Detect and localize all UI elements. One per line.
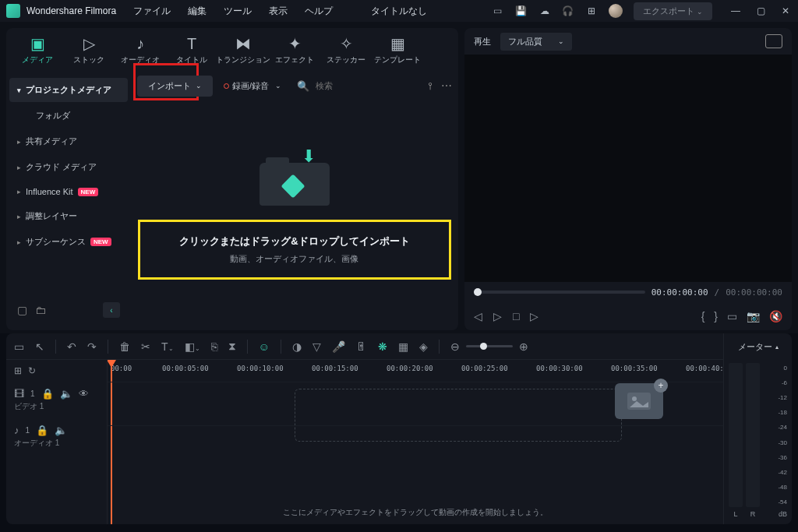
bin-icon[interactable]: ▢	[17, 304, 27, 316]
timeline-tracks[interactable]: 00:00 00:00:05:00 00:00:10:00 00:00:15:0…	[108, 360, 723, 524]
video-track-header[interactable]: 🎞1 🔒 🔈 👁 ビデオ 1	[6, 382, 107, 418]
display-icon[interactable]: ▭	[492, 5, 504, 17]
audio-icon: ♪	[136, 34, 144, 53]
mute-track-icon[interactable]: 🔈	[60, 388, 72, 400]
tab-media[interactable]: ▣ メディア	[12, 30, 62, 70]
menu-tools[interactable]: ツール	[224, 5, 252, 18]
link-icon[interactable]: ↻	[28, 365, 36, 376]
video-track[interactable]: +	[108, 382, 723, 425]
tree-project-media[interactable]: ▾プロジェクトメディア	[9, 78, 128, 102]
zoom-slider[interactable]	[466, 345, 513, 347]
tree-subsequence[interactable]: ▸サブシーケンスNEW	[9, 230, 128, 254]
minimize-icon[interactable]: —	[729, 5, 742, 17]
preview-panel: 再生 フル品質⌄ 00:00:00:00 / 00:00:00:00 ◁ ▷ □…	[464, 28, 792, 330]
document-title: タイトルなし	[371, 5, 427, 18]
transition-icon: ⧓	[235, 34, 251, 53]
camera-icon[interactable]: 📷	[747, 310, 760, 322]
tree-adjustment-layer[interactable]: ▸調整レイヤー	[9, 204, 128, 228]
menu-help[interactable]: ヘルプ	[305, 5, 333, 18]
tab-stock[interactable]: ▷ ストック	[64, 30, 114, 70]
svg-point-1	[632, 396, 637, 401]
stock-icon: ▷	[83, 34, 95, 53]
next-frame-icon[interactable]: ▷	[530, 310, 538, 322]
maximize-icon[interactable]: ▢	[754, 5, 767, 17]
apps-icon[interactable]: ⊞	[585, 5, 598, 17]
snapshot-icon[interactable]	[765, 34, 782, 48]
zoom-in-icon[interactable]: ⊕	[519, 340, 528, 353]
quality-select[interactable]: フル品質⌄	[500, 33, 572, 51]
menu-edit[interactable]: 編集	[188, 5, 207, 18]
record-button[interactable]: 録画/録音⌄	[219, 77, 286, 95]
tab-audio[interactable]: ♪ オーディオ	[115, 30, 165, 70]
media-browser: インポート⌄ 録画/録音⌄ 🔍 ⫯ ⋯ ⬇	[131, 72, 458, 330]
crop-icon[interactable]: ◧⌄	[185, 340, 200, 353]
tab-template[interactable]: ▦ テンプレート	[373, 30, 422, 70]
tree-influence-kit[interactable]: ▸Influence KitNEW	[9, 181, 128, 203]
meter-scale: 0-6-12-18-24-30-36-42-48-54	[763, 363, 787, 507]
add-track-icon[interactable]: ⊞	[14, 365, 22, 376]
delete-icon[interactable]: 🗑	[119, 340, 130, 353]
title-icon: T	[187, 34, 196, 53]
render-icon[interactable]: ▦	[398, 340, 408, 353]
marker-icon[interactable]: ❋	[378, 340, 387, 353]
tree-folder[interactable]: フォルダ	[9, 104, 128, 128]
zoom-out-icon[interactable]: ⊖	[450, 340, 460, 353]
titlebar: Wondershare Filmora ファイル 編集 ツール 表示 ヘルプ タ…	[0, 0, 798, 22]
dropzone-title: クリックまたはドラッグ&ドロップしてインポート	[179, 234, 409, 248]
placeholder-thumb[interactable]: +	[615, 383, 663, 419]
redo-icon[interactable]: ↷	[87, 340, 97, 353]
pointer-icon[interactable]: ▭	[14, 340, 24, 353]
export-button[interactable]: エクスポート ⌄	[634, 2, 712, 20]
speed-tool-icon[interactable]: ⧗	[228, 340, 236, 353]
collapse-tree-button[interactable]: ‹	[103, 302, 120, 318]
tab-transition[interactable]: ⧓ トランジション	[218, 30, 268, 70]
mark-out-icon[interactable]: }	[714, 310, 718, 322]
new-folder-icon[interactable]: 🗀	[35, 304, 46, 316]
mute-icon[interactable]: 🔇	[769, 310, 782, 322]
film-icon: 🎞	[14, 388, 24, 400]
tree-cloud-media[interactable]: ▸クラウド メディア	[9, 155, 128, 179]
undo-icon[interactable]: ↶	[67, 340, 76, 353]
tab-title[interactable]: T タイトル	[167, 30, 217, 70]
menu-view[interactable]: 表示	[269, 5, 288, 18]
tab-effect[interactable]: ✦ エフェクト	[270, 30, 320, 70]
marker-add-icon[interactable]: ▽	[312, 340, 321, 353]
menu-file[interactable]: ファイル	[133, 5, 171, 18]
ai-icon[interactable]: ☺	[259, 340, 270, 353]
preview-canvas[interactable]	[464, 55, 792, 282]
timeline-ruler[interactable]: 00:00 00:00:05:00 00:00:10:00 00:00:15:0…	[108, 360, 723, 382]
clip-icon[interactable]: ▭	[727, 310, 737, 322]
tree-shared-media[interactable]: ▸共有メディア	[9, 129, 128, 153]
keyframe-icon[interactable]: ◈	[419, 340, 428, 353]
app-name: Wondershare Filmora	[26, 5, 116, 16]
close-icon[interactable]: ✕	[779, 5, 792, 17]
play-icon[interactable]: ▷	[493, 310, 502, 322]
visibility-icon[interactable]: 👁	[79, 388, 89, 400]
lock-audio-icon[interactable]: 🔒	[36, 425, 48, 436]
split-icon[interactable]: ✂	[141, 340, 150, 353]
filter-icon[interactable]: ⫯	[428, 79, 433, 92]
text-tool-icon[interactable]: T⌄	[161, 340, 174, 353]
stop-icon[interactable]: □	[513, 310, 519, 322]
cursor-icon[interactable]: ↖	[35, 340, 44, 353]
user-avatar[interactable]	[609, 4, 623, 18]
mixer-icon[interactable]: 🎚	[356, 340, 367, 353]
color-icon[interactable]: ◑	[292, 340, 302, 353]
lock-icon[interactable]: 🔒	[41, 388, 54, 400]
mute-audio-icon[interactable]: 🔈	[55, 425, 67, 436]
search-input[interactable]	[316, 81, 378, 90]
audio-track[interactable]	[108, 425, 723, 469]
mic-icon[interactable]: 🎤	[332, 340, 345, 353]
headset-icon[interactable]: 🎧	[562, 5, 574, 17]
save-icon[interactable]: 💾	[515, 5, 528, 17]
attach-icon[interactable]: ⎘	[211, 340, 217, 353]
preview-scrubber[interactable]	[474, 291, 645, 294]
import-drop-zone[interactable]: ⬇ クリックまたはドラッグ&ドロップしてインポート 動画、オーディオファイル、画…	[131, 100, 458, 330]
audio-track-header[interactable]: ♪1 🔒 🔈 オーディオ 1	[6, 418, 107, 455]
tab-sticker[interactable]: ✧ ステッカー	[321, 30, 371, 70]
import-button[interactable]: インポート⌄	[137, 76, 213, 97]
more-icon[interactable]: ⋯	[441, 79, 452, 92]
prev-frame-icon[interactable]: ◁	[474, 310, 482, 322]
mark-in-icon[interactable]: {	[701, 310, 705, 322]
cloud-icon[interactable]: ☁	[538, 5, 551, 17]
